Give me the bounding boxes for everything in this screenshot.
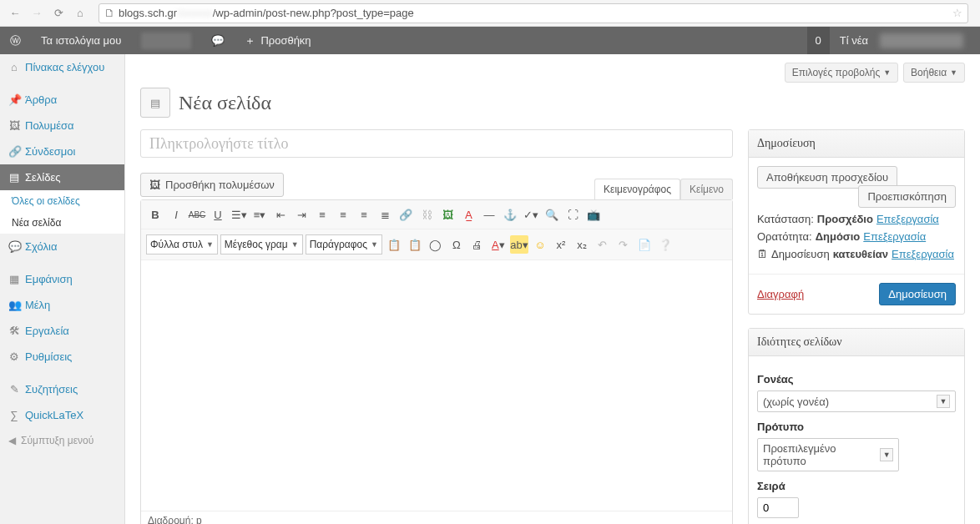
bullet-list-button[interactable]: ☰▾ — [230, 205, 248, 224]
menu-tools[interactable]: 🛠Εργαλεία — [0, 318, 124, 344]
order-input[interactable] — [757, 497, 799, 518]
latex-icon: ∑ — [8, 409, 20, 421]
tab-visual[interactable]: Κειμενογράφος — [594, 179, 680, 199]
menu-settings[interactable]: ⚙Ρυθμίσεις — [0, 344, 124, 370]
visibility-value: Δημόσιο — [816, 230, 861, 243]
preview-button[interactable]: Προεπισκόπηση — [858, 185, 956, 208]
outdent-button[interactable]: ⇤ — [271, 205, 290, 224]
edit-visibility-link[interactable]: Επεξεργασία — [863, 230, 926, 243]
home-icon[interactable]: ⌂ — [72, 5, 88, 22]
help-icon[interactable]: ❔ — [656, 235, 674, 254]
tab-text[interactable]: Κείμενο — [680, 179, 733, 199]
wp-logo-icon[interactable]: ⓦ — [0, 27, 31, 54]
media-icon: 🖼 — [149, 179, 160, 191]
forecolor-button[interactable]: A▾ — [489, 235, 508, 254]
comments-icon[interactable]: 💬 — [201, 27, 235, 54]
whats-new[interactable]: Τί νέα — [830, 27, 980, 54]
publish-box: Δημοσίευση Αποθήκευση προσχεδίου Προεπισ… — [748, 129, 965, 315]
unlink-button[interactable]: ⛓ — [417, 205, 436, 224]
find-button[interactable]: 🔍 — [543, 205, 561, 224]
video-button[interactable]: 📺 — [584, 205, 603, 224]
clear-format-button[interactable]: ◯ — [427, 235, 445, 254]
link-button[interactable]: 🔗 — [397, 205, 415, 224]
status-value: Προσχέδιο — [817, 213, 873, 225]
strike-button[interactable]: ABC — [188, 205, 206, 224]
updates-count[interactable]: 0 — [807, 27, 830, 54]
align-left-button[interactable]: ≡ — [313, 205, 331, 224]
menu-media[interactable]: 🖼Πολυμέσα — [0, 113, 124, 139]
menu-appearance[interactable]: ▦Εμφάνιση — [0, 266, 124, 292]
bookmark-star-icon[interactable]: ☆ — [952, 7, 962, 19]
backcolor-button[interactable]: ab▾ — [510, 235, 528, 254]
bold-button[interactable]: B — [146, 205, 164, 224]
page-attributes-title: Ιδιότητες σελίδων — [749, 329, 964, 356]
url-bar[interactable]: 🗋 blogs.sch.gr/xxxxxx/wp-admin/post-new.… — [99, 3, 968, 23]
italic-button[interactable]: I — [167, 205, 185, 224]
indent-button[interactable]: ⇥ — [292, 205, 311, 224]
parent-select[interactable]: (χωρίς γονέα)▼ — [757, 390, 956, 412]
admin-bar: ⓦ Τα ιστολόγια μου 💬 ＋Προσθήκη 0 Τί νέα — [0, 27, 980, 54]
help-button[interactable]: Βοήθεια▼ — [903, 63, 965, 83]
publish-button[interactable]: Δημοσίευση — [879, 283, 956, 305]
new-button[interactable]: ＋Προσθήκη — [235, 27, 321, 54]
undo-button[interactable]: ↶ — [594, 235, 612, 254]
site-name-blurred[interactable] — [131, 27, 201, 54]
chevron-down-icon: ▼ — [880, 448, 893, 461]
hr-button[interactable]: — — [480, 205, 498, 224]
edit-date-link[interactable]: Επεξεργασία — [892, 248, 954, 260]
edit-status-link[interactable]: Επεξεργασία — [876, 213, 939, 225]
users-icon: 👥 — [8, 299, 20, 311]
paste-button[interactable]: 📋 — [385, 235, 403, 254]
template-select[interactable]: Προεπιλεγμένο πρότυπο▼ — [757, 438, 899, 471]
menu-comments[interactable]: 💬Σχόλια — [0, 234, 124, 259]
submenu-all-pages[interactable]: Όλες οι σελίδες — [0, 190, 124, 212]
menu-users[interactable]: 👥Μέλη — [0, 292, 124, 318]
menu-quicklatex[interactable]: ∑QuickLaTeX — [0, 402, 124, 428]
menu-dashboard[interactable]: ⌂Πίνακας ελέγχου — [0, 54, 124, 80]
wp-more-button[interactable]: 📄 — [635, 235, 654, 254]
menu-pages[interactable]: ▤Σελίδες — [0, 164, 124, 190]
align-justify-button[interactable]: ≣ — [376, 205, 394, 224]
spellcheck-button[interactable]: ✓▾ — [522, 205, 540, 224]
pin-icon: 📌 — [8, 93, 20, 106]
link-icon: 🔗 — [8, 145, 20, 158]
fullscreen-button[interactable]: ⛶ — [563, 205, 582, 224]
redo-button[interactable]: ↷ — [614, 235, 633, 254]
back-icon[interactable]: ← — [7, 5, 23, 22]
media-icon: 🖼 — [8, 119, 20, 132]
charmap-button[interactable]: Ω — [447, 235, 466, 254]
screen-options-button[interactable]: Επιλογές προβολής▼ — [785, 63, 898, 83]
status-label: Κατάσταση: — [757, 213, 814, 225]
number-list-button[interactable]: ≡▾ — [250, 205, 269, 224]
trash-link[interactable]: Διαγραφή — [757, 288, 804, 300]
add-media-button[interactable]: 🖼 Προσθήκη πολυμέσων — [140, 173, 284, 197]
title-input[interactable] — [140, 129, 733, 158]
menu-discussions[interactable]: ✎Συζητήσεις — [0, 376, 124, 402]
collapse-menu[interactable]: ◀Σύμπτυξη μενού — [0, 428, 124, 453]
image-button[interactable]: 🖼 — [438, 205, 457, 224]
paste-text-button[interactable]: 📋 — [406, 235, 424, 254]
editor: B I ABC U ☰▾ ≡▾ ⇤ ⇥ ≡ ≡ ≡ ≣ 🔗 ⛓ — [140, 199, 733, 524]
forward-icon[interactable]: → — [28, 5, 45, 22]
page-attributes-box: Ιδιότητες σελίδων Γονέας (χωρίς γονέα)▼ … — [748, 328, 965, 524]
my-blogs[interactable]: Τα ιστολόγια μου — [31, 27, 131, 54]
emoji-button[interactable]: ☺ — [531, 235, 549, 254]
reload-icon[interactable]: ⟳ — [50, 5, 67, 22]
sub-button[interactable]: x₂ — [573, 235, 591, 254]
style-select[interactable]: Φύλλα στυλ▼ — [146, 234, 218, 254]
fontsize-select[interactable]: Μέγεθος γραμ▼ — [220, 234, 303, 254]
parent-label: Γονέας — [757, 373, 956, 385]
underline-button[interactable]: U — [209, 205, 227, 224]
textcolor-button[interactable]: A̲ — [459, 205, 477, 224]
print-button[interactable]: 🖨 — [468, 235, 487, 254]
align-right-button[interactable]: ≡ — [355, 205, 373, 224]
format-select[interactable]: Παράγραφος▼ — [306, 234, 382, 254]
menu-posts[interactable]: 📌Άρθρα — [0, 87, 124, 113]
menu-links[interactable]: 🔗Σύνδεσμοι — [0, 139, 124, 164]
editor-body[interactable] — [141, 260, 732, 511]
appearance-icon: ▦ — [8, 273, 20, 285]
align-center-button[interactable]: ≡ — [334, 205, 352, 224]
anchor-button[interactable]: ⚓ — [501, 205, 519, 224]
sup-button[interactable]: x² — [552, 235, 570, 254]
submenu-new-page[interactable]: Νέα σελίδα — [0, 212, 124, 234]
